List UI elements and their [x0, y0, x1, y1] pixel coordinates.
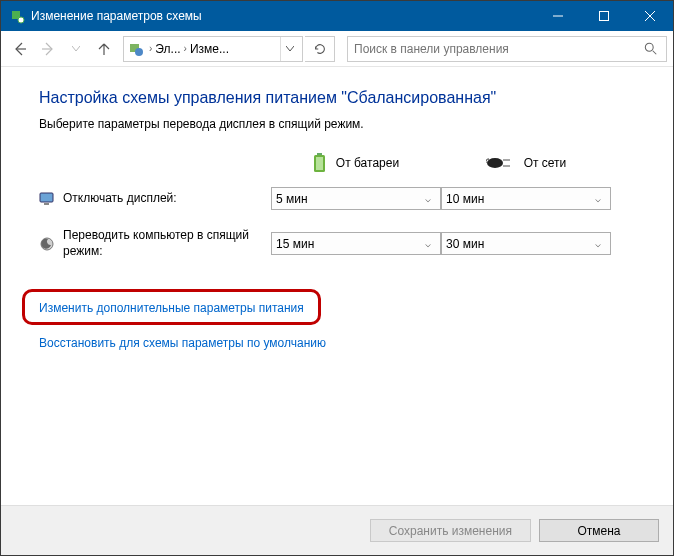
minimize-button[interactable]	[535, 1, 581, 31]
svg-point-9	[135, 48, 143, 56]
back-button[interactable]	[7, 36, 33, 62]
recent-dropdown[interactable]	[63, 36, 89, 62]
forward-button[interactable]	[35, 36, 61, 62]
svg-point-15	[487, 158, 503, 168]
sleep-icon	[39, 236, 55, 252]
breadcrumb[interactable]: › Эл... › Изме...	[123, 36, 303, 62]
link-restore-defaults[interactable]: Восстановить для схемы параметры по умол…	[39, 336, 326, 350]
footer: Сохранить изменения Отмена	[1, 505, 673, 555]
chevron-down-icon[interactable]	[280, 37, 298, 61]
settings-grid: От батареи От сети Отключать дисплей:	[39, 153, 635, 259]
navbar: › Эл... › Изме...	[1, 31, 673, 67]
select-display-battery[interactable]: 5 мин ⌵	[271, 187, 441, 210]
row-sleep: Переводить компьютер в спящий режим: 15 …	[39, 228, 635, 259]
chevron-down-icon: ⌵	[420, 193, 436, 204]
breadcrumb-root[interactable]: Эл...	[155, 42, 180, 56]
up-button[interactable]	[91, 36, 117, 62]
row-label: Переводить компьютер в спящий режим:	[63, 228, 261, 259]
page-title: Настройка схемы управления питанием "Сба…	[39, 89, 635, 107]
window: Изменение параметров схемы › Эл	[0, 0, 674, 556]
search-box[interactable]	[347, 36, 667, 62]
svg-rect-18	[40, 193, 53, 202]
breadcrumb-icon	[128, 41, 144, 57]
svg-rect-19	[44, 203, 49, 205]
titlebar: Изменение параметров схемы	[1, 1, 673, 31]
svg-rect-14	[316, 157, 323, 170]
column-ac-label: От сети	[524, 156, 567, 170]
chevron-right-icon: ›	[149, 43, 152, 54]
row-display-off: Отключать дисплей: 5 мин ⌵ 10 мин ⌵	[39, 187, 635, 210]
select-display-ac[interactable]: 10 мин ⌵	[441, 187, 611, 210]
column-ac: От сети	[441, 153, 611, 173]
svg-rect-3	[600, 12, 609, 21]
maximize-button[interactable]	[581, 1, 627, 31]
refresh-button[interactable]	[305, 36, 335, 62]
breadcrumb-leaf[interactable]: Изме...	[190, 42, 229, 56]
search-icon[interactable]	[644, 41, 660, 57]
plug-icon	[486, 156, 514, 170]
grid-header: От батареи От сети	[39, 153, 635, 173]
chevron-down-icon: ⌵	[420, 238, 436, 249]
column-battery-label: От батареи	[336, 156, 399, 170]
select-value: 15 мин	[276, 237, 314, 251]
row-label: Отключать дисплей:	[63, 191, 177, 207]
select-value: 30 мин	[446, 237, 484, 251]
page-description: Выберите параметры перевода дисплея в сп…	[39, 117, 635, 131]
svg-line-11	[653, 50, 657, 54]
save-button[interactable]: Сохранить изменения	[370, 519, 531, 542]
link-advanced-power[interactable]: Изменить дополнительные параметры питани…	[39, 301, 304, 315]
svg-rect-12	[317, 153, 322, 155]
select-value: 10 мин	[446, 192, 484, 206]
svg-point-10	[645, 43, 653, 51]
content: Настройка схемы управления питанием "Сба…	[1, 67, 673, 505]
cancel-button[interactable]: Отмена	[539, 519, 659, 542]
search-input[interactable]	[354, 42, 644, 56]
select-value: 5 мин	[276, 192, 308, 206]
close-button[interactable]	[627, 1, 673, 31]
select-sleep-ac[interactable]: 30 мин ⌵	[441, 232, 611, 255]
select-sleep-battery[interactable]: 15 мин ⌵	[271, 232, 441, 255]
highlight-box: Изменить дополнительные параметры питани…	[22, 289, 321, 325]
chevron-right-icon: ›	[184, 43, 187, 54]
svg-point-1	[18, 17, 24, 23]
app-icon	[9, 8, 25, 24]
chevron-down-icon: ⌵	[590, 193, 606, 204]
chevron-down-icon: ⌵	[590, 238, 606, 249]
column-battery: От батареи	[271, 153, 441, 173]
window-title: Изменение параметров схемы	[31, 9, 535, 23]
display-icon	[39, 191, 55, 207]
links: Изменить дополнительные параметры питани…	[39, 289, 635, 364]
battery-icon	[313, 153, 326, 173]
